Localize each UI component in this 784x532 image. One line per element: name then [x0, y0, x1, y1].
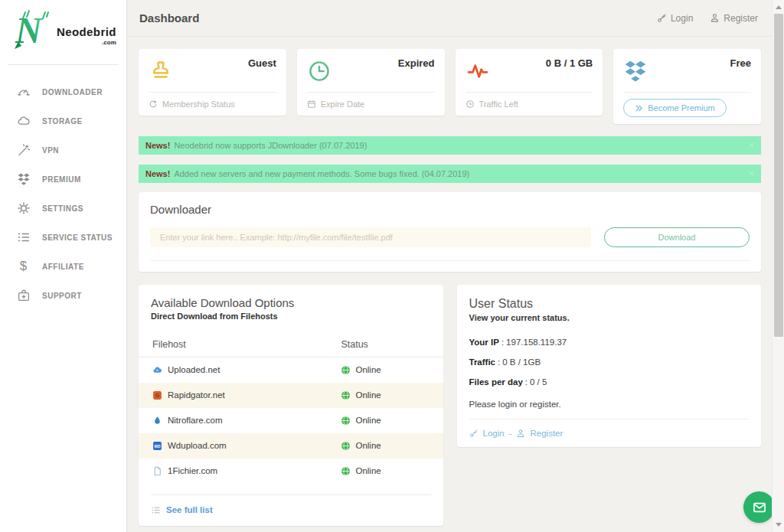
table-row[interactable]: WD Wdupload.com Online: [139, 433, 443, 459]
key-icon: [469, 429, 479, 438]
status-badge: Online: [355, 466, 381, 475]
sidebar-item-label: SUPPORT: [42, 292, 82, 300]
calendar-icon: [307, 100, 316, 109]
sidebar-item-service-status[interactable]: SERVICE STATUS: [0, 223, 126, 252]
expire-date-card: Expired Expire Date: [297, 49, 445, 116]
table-row[interactable]: G Rapidgator.net Online: [139, 383, 443, 408]
refresh-icon: [149, 100, 158, 109]
link-separator: -: [509, 429, 512, 438]
pulse-icon: [466, 59, 490, 83]
online-globe-icon: [341, 416, 351, 426]
become-premium-button[interactable]: Become Premium: [623, 99, 726, 117]
brand-logo[interactable]: N Neodebrid .com: [0, 0, 126, 57]
sidebar-item-premium[interactable]: PREMIUM: [0, 165, 126, 194]
sidebar-item-label: PREMIUM: [42, 175, 81, 184]
filehost-name: Rapidgator.net: [168, 390, 225, 400]
chat-button[interactable]: [743, 491, 775, 523]
online-globe-icon: [341, 441, 351, 451]
sidebar-item-support[interactable]: SUPPORT: [0, 281, 126, 310]
field-value: 197.158.119.37: [506, 338, 567, 347]
register-label: Register: [724, 13, 758, 24]
login-link[interactable]: Login: [483, 429, 505, 438]
sidebar-item-label: SERVICE STATUS: [42, 233, 113, 242]
traffic-left-label: Traffic Left: [479, 100, 518, 109]
download-options-title: Available Download Options: [151, 296, 431, 309]
expire-date-value: Expired: [398, 57, 435, 69]
field-label: Files per day: [469, 377, 523, 387]
list-icon: [16, 230, 31, 245]
uploaded-favicon: [152, 365, 162, 375]
field-value: 0 B / 1GB: [502, 357, 541, 367]
see-full-list-link[interactable]: See full list: [166, 505, 213, 514]
filehost-name: 1Fichier.com: [168, 466, 217, 475]
main-content: Guest Membership Status Expired Expire D…: [127, 38, 772, 532]
sidebar-item-label: STORAGE: [42, 117, 83, 126]
sidebar-menu: DOWNLOADER STORAGE VPN PREMIUM SETTINGS: [0, 77, 126, 310]
person-icon: [710, 13, 720, 23]
sidebar-item-label: SETTINGS: [42, 204, 83, 213]
register-link[interactable]: Register: [710, 13, 758, 24]
sidebar-item-downloader[interactable]: DOWNLOADER: [0, 77, 126, 106]
dropbox-icon: [16, 172, 31, 187]
news-banner-1: News! Neodebrid now supports JDownloader…: [139, 136, 761, 155]
premium-value: Free: [730, 57, 751, 69]
cloud-icon: [16, 114, 31, 129]
page-title: Dashboard: [139, 11, 199, 24]
clock-icon: [307, 59, 332, 83]
field-separator: :: [501, 338, 504, 347]
wand-icon: [16, 143, 31, 158]
register-link[interactable]: Register: [530, 429, 563, 438]
gear-icon: [16, 201, 31, 216]
traffic-left-card: 0 B / 1 GB Traffic Left: [456, 49, 603, 116]
envelope-icon: [752, 500, 767, 515]
online-globe-icon: [341, 365, 351, 375]
list-icon: [151, 505, 161, 515]
stamp-icon: [149, 59, 173, 83]
status-badge: Online: [355, 365, 381, 374]
scroll-up-arrow-icon[interactable]: [776, 5, 782, 9]
login-note: Please login or register.: [469, 400, 750, 409]
column-filehost: Filehost: [139, 333, 327, 357]
scrollbar-thumb[interactable]: [774, 14, 783, 337]
close-icon[interactable]: ×: [749, 168, 754, 179]
table-row[interactable]: Nitroflare.com Online: [139, 408, 443, 433]
download-button[interactable]: Download: [604, 227, 750, 247]
filehost-name: Nitroflare.com: [168, 416, 223, 425]
brand-tld: .com: [102, 39, 116, 46]
sidebar-item-settings[interactable]: SETTINGS: [0, 194, 126, 223]
close-icon[interactable]: ×: [749, 140, 754, 151]
vertical-scrollbar[interactable]: [772, 0, 784, 532]
become-premium-label: Become Premium: [648, 103, 714, 113]
field-label: Your IP: [469, 338, 499, 347]
table-row[interactable]: 1Fichier.com Online: [139, 459, 443, 484]
membership-status-card: Guest Membership Status: [139, 49, 286, 116]
filehost-name: Wdupload.com: [168, 441, 227, 450]
sidebar: N Neodebrid .com DOWNLOADER STORAGE VP: [0, 0, 127, 532]
stat-cards: Guest Membership Status Expired Expire D…: [139, 49, 761, 124]
login-link[interactable]: Login: [657, 13, 693, 24]
link-input[interactable]: [150, 227, 591, 247]
brand-name: Neodebrid: [57, 25, 116, 38]
brand-logo-icon: N: [12, 8, 52, 52]
scroll-down-arrow-icon[interactable]: [776, 523, 782, 527]
briefcase-icon: [16, 289, 31, 303]
download-options-card: Available Download Options Direct Downlo…: [139, 285, 443, 526]
sidebar-item-label: DOWNLOADER: [42, 88, 103, 96]
field-label: Traffic: [469, 357, 496, 367]
field-value: 0 / 5: [530, 377, 547, 387]
person-icon: [516, 429, 525, 438]
nitroflare-favicon: [152, 416, 162, 426]
sidebar-item-vpn[interactable]: VPN: [0, 135, 126, 165]
online-globe-icon: [341, 466, 351, 476]
expire-date-label: Expire Date: [321, 100, 364, 109]
key-icon: [657, 13, 667, 23]
downloader-card: Downloader Download: [139, 192, 761, 272]
sidebar-item-storage[interactable]: STORAGE: [0, 106, 126, 135]
news-text: Neodebrid now supports JDownloader (07.0…: [174, 141, 367, 150]
dropbox-icon: [623, 59, 648, 83]
sidebar-item-affiliate[interactable]: $ AFFILIATE: [0, 252, 126, 281]
table-row[interactable]: Uploaded.net Online: [139, 357, 443, 383]
login-label: Login: [671, 13, 693, 24]
status-badge: Online: [355, 416, 381, 425]
news-banner-2: News! Added new servers and new payment …: [139, 165, 761, 183]
